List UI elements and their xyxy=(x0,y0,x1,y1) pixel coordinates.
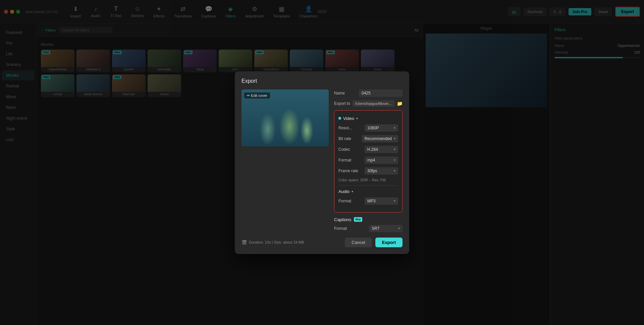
export-button[interactable]: Export xyxy=(375,238,402,247)
frame-rate-select[interactable]: 30fps ▾ xyxy=(365,167,398,175)
resolution-arrow-icon: ▾ xyxy=(394,126,395,130)
cancel-button[interactable]: Cancel xyxy=(345,238,372,247)
codec-select[interactable]: H.264 ▾ xyxy=(365,146,398,153)
audio-section-header: Audio ▾ xyxy=(338,189,398,194)
export-to-label: Export to xyxy=(334,101,350,106)
resolution-label: Resol... xyxy=(338,126,352,130)
codec-label: Codec xyxy=(338,147,350,152)
frame-rate-arrow-icon: ▾ xyxy=(394,169,395,173)
file-icon: 🎬 xyxy=(241,240,247,245)
captions-format-row: Format SRT ▾ xyxy=(334,225,402,232)
captions-label: Captions xyxy=(334,217,351,222)
captions-pro-badge: Pro xyxy=(354,217,362,222)
captions-format-value: SRT xyxy=(372,226,380,231)
dialog-title: Export xyxy=(241,78,402,84)
duration-size-info: Duration: 13s | Size: about 19 MB xyxy=(249,240,304,244)
folder-browse-icon[interactable]: 📁 xyxy=(397,101,402,106)
captions-format-select[interactable]: SRT ▾ xyxy=(369,225,402,232)
captions-section: Captions Pro Format SRT ▾ xyxy=(334,217,402,232)
codec-arrow-icon: ▾ xyxy=(394,147,395,151)
format-arrow-icon: ▾ xyxy=(394,158,395,162)
frame-rate-row: Frame rate 30fps ▾ xyxy=(338,167,398,175)
divider xyxy=(338,185,398,186)
frame-rate-label: Frame rate xyxy=(338,169,358,173)
captions-format-arrow-icon: ▾ xyxy=(398,226,400,230)
export-dialog: Export ✏ Edit cover Name xyxy=(235,71,409,254)
preview-cover[interactable]: ✏ Edit cover xyxy=(241,89,329,146)
name-field-label: Name xyxy=(334,91,345,95)
video-section-label: Video xyxy=(343,116,354,121)
codec-value: H.264 xyxy=(367,147,378,152)
audio-format-row: Format MP3 ▾ xyxy=(338,197,398,205)
color-space: Color space: SDR – Rec.709 xyxy=(338,178,398,182)
captions-format-label: Format xyxy=(334,226,347,231)
format-label: Format xyxy=(338,158,351,162)
audio-collapse-icon[interactable]: ▾ xyxy=(352,190,353,193)
format-select[interactable]: mp4 ▾ xyxy=(365,156,398,164)
footer-buttons: Cancel Export xyxy=(345,238,402,247)
bit-rate-value: Recommended xyxy=(365,136,392,141)
bit-rate-arrow-icon: ▾ xyxy=(394,137,395,140)
name-row: Name xyxy=(334,89,402,97)
captions-header: Captions Pro xyxy=(334,217,402,222)
video-collapse-icon[interactable]: ▾ xyxy=(356,117,358,120)
bit-rate-label: Bit rate xyxy=(338,136,351,141)
dialog-overlay: Export ✏ Edit cover Name xyxy=(0,0,644,325)
video-dot xyxy=(338,117,341,120)
format-value: mp4 xyxy=(367,158,375,162)
resolution-value: 1080P xyxy=(367,126,379,130)
audio-format-value: MP3 xyxy=(367,199,376,203)
audio-section-label: Audio xyxy=(338,189,350,194)
edit-cover-btn[interactable]: ✏ Edit cover xyxy=(244,92,270,99)
export-to-row: Export to /Users/topgus/Movie... 📁 xyxy=(334,100,402,107)
codec-row: Codec H.264 ▾ xyxy=(338,146,398,153)
resolution-select[interactable]: 1080P ▾ xyxy=(365,124,398,132)
audio-format-label: Format xyxy=(338,199,351,203)
settings-panel: Name Export to /Users/topgus/Movie... 📁 … xyxy=(334,89,402,232)
audio-format-select[interactable]: MP3 ▾ xyxy=(365,197,398,205)
export-path: /Users/topgus/Movie... xyxy=(352,100,395,107)
video-section-header: Video ▾ xyxy=(338,116,398,121)
name-input[interactable] xyxy=(359,89,402,97)
file-info: 🎬 Duration: 13s | Size: about 19 MB xyxy=(241,240,304,245)
dialog-footer: 🎬 Duration: 13s | Size: about 19 MB Canc… xyxy=(241,238,402,247)
frame-rate-value: 30fps xyxy=(367,169,377,173)
video-settings-box: Video ▾ Resol... 1080P ▾ Bit rate xyxy=(334,110,402,212)
audio-format-arrow-icon: ▾ xyxy=(394,199,395,203)
bit-rate-row: Bit rate Recommended ▾ xyxy=(338,135,398,142)
format-row: Format mp4 ▾ xyxy=(338,156,398,164)
resolution-row: Resol... 1080P ▾ xyxy=(338,124,398,132)
bit-rate-select[interactable]: Recommended ▾ xyxy=(362,135,398,142)
dialog-body: ✏ Edit cover Name Export to /Users/topgu… xyxy=(241,89,402,232)
preview-panel: ✏ Edit cover xyxy=(241,89,329,232)
